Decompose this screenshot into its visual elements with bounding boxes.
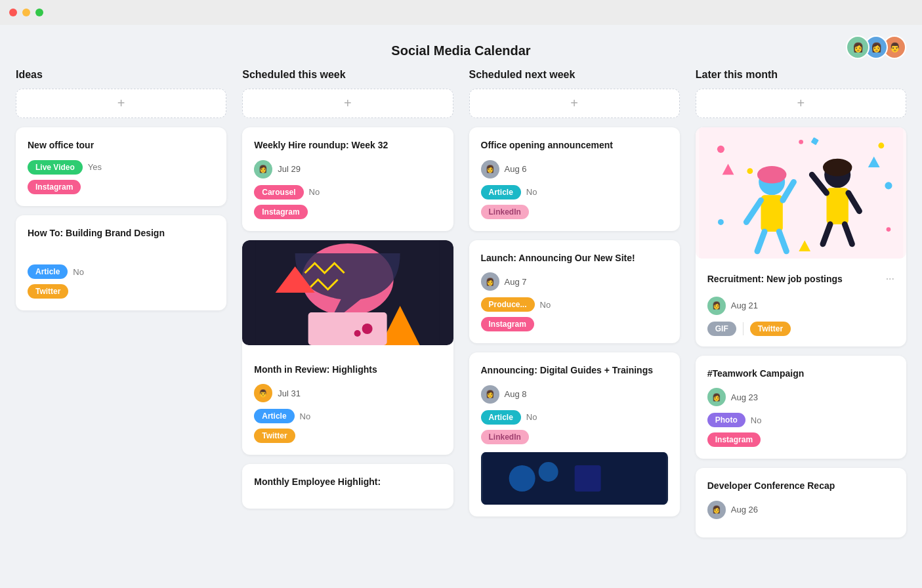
svg-rect-11	[699, 127, 903, 259]
minimize-dot[interactable]	[22, 9, 30, 16]
card-meta: 👩 Aug 23	[707, 388, 894, 406]
celebration-image	[696, 127, 906, 259]
tags-row-2: Twitter	[28, 284, 215, 299]
date: Aug 26	[731, 505, 758, 514]
tags-row-2: Instagram	[707, 432, 894, 447]
column-scheduled-this-week: Scheduled this week + Weekly Hire roundu…	[242, 69, 453, 547]
date: Aug 6	[505, 164, 527, 174]
card-new-office-tour: New office tour Live Video Yes Instagram	[16, 127, 226, 206]
tag-instagram: Instagram	[707, 432, 761, 447]
tags-row: Produce... No	[481, 297, 668, 312]
tags-row: Article No	[481, 410, 668, 425]
kanban-board: Ideas + New office tour Live Video Yes I…	[0, 69, 922, 562]
tag-photo: Photo	[707, 413, 745, 427]
card-content: Month in Review: Highlights 👨 Jul 31 Art…	[242, 354, 453, 455]
tag-linkedin: LinkedIn	[481, 205, 529, 219]
card-weekly-hire: Weekly Hire roundup: Week 32 👩 Jul 29 Ca…	[242, 127, 453, 231]
tag-no: No	[73, 267, 84, 277]
add-later-this-month-button[interactable]: +	[696, 89, 906, 118]
card-title: Weekly Hire roundup: Week 32	[254, 139, 441, 152]
tags-row: Article No	[254, 409, 441, 423]
tag-article: Article	[28, 264, 68, 279]
tag-gif: GIF	[707, 322, 736, 336]
card-month-review: Month in Review: Highlights 👨 Jul 31 Art…	[242, 240, 453, 455]
tag-twitter: Twitter	[28, 284, 68, 299]
more-options-button[interactable]: ···	[886, 273, 894, 285]
svg-point-33	[799, 140, 803, 144]
tags-row-2: Instagram	[481, 317, 668, 331]
column-scheduled-next-week: Scheduled next week + Office opening ann…	[469, 69, 680, 547]
tag-no: No	[309, 187, 320, 197]
tag-carousel: Carousel	[254, 185, 303, 200]
avatar: 👩	[254, 160, 272, 178]
column-later-this-month-title: Later this month	[696, 69, 906, 81]
date: Aug 8	[505, 389, 527, 399]
close-dot[interactable]	[9, 9, 17, 16]
card-teamwork: #Teamwork Campaign 👩 Aug 23 Photo No Ins…	[696, 356, 906, 459]
svg-point-36	[886, 227, 891, 232]
column-scheduled-next-week-title: Scheduled next week	[469, 69, 680, 81]
date: Aug 7	[505, 277, 527, 287]
svg-point-9	[538, 462, 558, 482]
card-meta: 👨 Jul 31	[254, 384, 441, 402]
card-content-header: Recruitment: New job postings ···	[696, 266, 906, 297]
avatar: 👩	[481, 160, 499, 178]
tag-no: No	[300, 411, 311, 421]
tag-instagram: Instagram	[254, 205, 307, 219]
card-content: 👩 Aug 21 GIF Twitter	[696, 297, 906, 346]
card-meta: 👩 Aug 8	[481, 385, 668, 404]
tags-row-2: Instagram	[28, 180, 215, 194]
avatar: 👩	[481, 385, 499, 404]
header: Social Media Calendar 👩 👩 👨	[0, 25, 922, 69]
svg-point-6	[354, 330, 361, 337]
svg-rect-20	[761, 195, 782, 232]
tags-row-2: Instagram	[254, 205, 441, 219]
tag-article: Article	[481, 410, 521, 425]
card-bottom-image	[481, 452, 668, 505]
tag-yes: Yes	[88, 162, 102, 172]
svg-rect-4	[308, 312, 387, 345]
add-scheduled-this-week-button[interactable]: +	[242, 89, 453, 118]
tag-live-video: Live Video	[28, 160, 83, 175]
tags-row: Live Video Yes	[28, 160, 215, 175]
add-idea-button[interactable]: +	[16, 89, 226, 118]
tag-instagram: Instagram	[481, 317, 534, 331]
card-title: Monthly Employee Highlight:	[254, 476, 441, 489]
tags-row: Article No	[28, 264, 215, 279]
user-avatars: 👩 👩 👨	[851, 35, 906, 59]
card-meta: 👩 Aug 21	[707, 297, 894, 315]
card-title: Office opening announcement	[481, 139, 668, 152]
card-dev-conference: Developer Conference Recap 👩 Aug 26	[696, 468, 906, 537]
svg-rect-10	[574, 465, 600, 492]
card-meta: 👩 Jul 29	[254, 160, 441, 178]
add-scheduled-next-week-button[interactable]: +	[469, 89, 680, 118]
card-brand-design: How To: Building Brand Design Article No…	[16, 215, 226, 311]
card-title: Launch: Announcing Our New Site!	[481, 252, 668, 265]
svg-point-8	[509, 465, 535, 492]
svg-point-5	[362, 324, 373, 334]
maximize-dot[interactable]	[35, 9, 43, 16]
card-image-art	[242, 240, 453, 345]
card-meta: 👩 Aug 7	[481, 272, 668, 291]
svg-point-13	[878, 142, 884, 148]
titlebar	[0, 0, 922, 25]
svg-point-35	[718, 219, 724, 225]
tag-twitter: Twitter	[750, 322, 791, 336]
page-title: Social Media Calendar	[391, 43, 530, 58]
tags-row-2: LinkedIn	[481, 205, 668, 219]
card-title: Recruitment: New job postings	[707, 273, 886, 286]
tags-row-2: LinkedIn	[481, 430, 668, 444]
tag-no: No	[540, 300, 551, 310]
card-office-opening: Office opening announcement 👩 Aug 6 Arti…	[469, 127, 680, 231]
card-title: Developer Conference Recap	[707, 480, 894, 493]
date: Jul 31	[278, 388, 301, 398]
avatar-1: 👩	[846, 35, 870, 59]
card-monthly-employee: Monthly Employee Highlight:	[242, 464, 453, 509]
tag-twitter: Twitter	[254, 429, 295, 443]
tag-no: No	[751, 415, 762, 425]
svg-point-15	[747, 168, 753, 174]
date: Aug 23	[731, 392, 758, 402]
tag-instagram: Instagram	[28, 180, 81, 194]
tags-row-2: Twitter	[254, 429, 441, 443]
card-title: Announcing: Digital Guides + Trainings	[481, 364, 668, 377]
